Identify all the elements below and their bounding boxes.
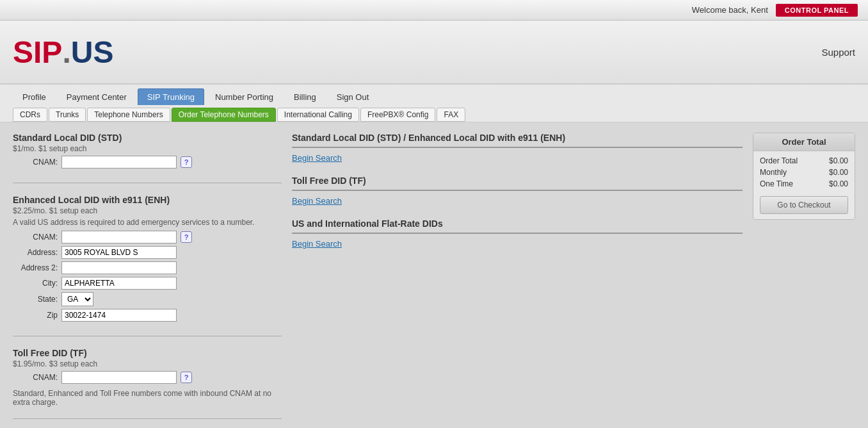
order-row-value: $0.00 [829, 156, 848, 165]
did-title-toll-free: Toll Free DID (TF) [13, 348, 282, 358]
nav-bar: ProfilePayment CenterSIP TrunkingNumber … [0, 85, 868, 122]
did-title-enh-local: Enhanced Local DID with e911 (ENH) [13, 195, 282, 205]
form-label-cnam-std: CNAM: [13, 158, 58, 167]
left-panel: Standard Local DID (STD)$1/mo. $1 setup … [13, 133, 282, 428]
sub-nav-cdrs[interactable]: CDRs [13, 108, 47, 122]
order-row-label: Order Total [760, 156, 798, 165]
logo: SIP . US [13, 35, 113, 70]
order-row-value: $0.00 [829, 168, 848, 177]
did-title-std-local: Standard Local DID (STD) [13, 133, 282, 143]
form-row-address: Address: [13, 246, 282, 259]
main-nav: ProfilePayment CenterSIP TrunkingNumber … [13, 88, 855, 105]
form-label-cnam-tf: CNAM: [13, 373, 58, 382]
form-row-zip: Zip [13, 309, 282, 322]
order-total-row: Monthly$0.00 [760, 168, 848, 177]
sub-nav: CDRsTrunksTelephone NumbersOrder Telepho… [13, 108, 855, 122]
form-row-cnam-enh: CNAM:? [13, 231, 282, 243]
form-row-address2: Address 2: [13, 261, 282, 274]
input-cnam-enh[interactable] [61, 231, 177, 243]
main-nav-sign-out[interactable]: Sign Out [327, 88, 379, 105]
order-total-box: Order Total Order Total$0.00Monthly$0.00… [753, 133, 855, 220]
welcome-text: Welcome back, Kent [692, 5, 768, 15]
input-cnam-tf[interactable] [61, 371, 177, 384]
sub-nav-fax[interactable]: FAX [437, 108, 465, 122]
input-cnam-std[interactable] [61, 156, 177, 169]
logo-sip: SIP [13, 35, 62, 70]
search-section-us-intl: US and International Flat-Rate DIDsBegin… [292, 218, 743, 249]
search-title-us-intl: US and International Flat-Rate DIDs [292, 218, 743, 234]
begin-search-std-enh[interactable]: Begin Search [292, 153, 342, 163]
main-nav-payment-center[interactable]: Payment Center [57, 88, 136, 105]
main-nav-profile[interactable]: Profile [13, 88, 56, 105]
form-label-address2: Address 2: [13, 263, 58, 272]
help-icon-cnam-enh[interactable]: ? [181, 231, 192, 243]
right-panel: Standard Local DID (STD) / Enhanced Loca… [292, 133, 743, 428]
did-price-toll-free: $1.95/mo. $3 setup each [13, 359, 282, 368]
main-nav-billing[interactable]: Billing [284, 88, 326, 105]
form-label-zip: Zip [13, 311, 58, 320]
form-row-city: City: [13, 277, 282, 290]
help-icon-cnam-tf[interactable]: ? [181, 372, 192, 383]
search-title-std-enh: Standard Local DID (STD) / Enhanced Loca… [292, 133, 743, 148]
search-title-toll-free: Toll Free DID (TF) [292, 176, 743, 191]
state-select[interactable]: ALAKAZARCACOCTDEFLGAHIIDILINIAKSKYLAMEMD… [61, 292, 93, 306]
logo-us: US [71, 35, 114, 70]
checkout-button[interactable]: Go to Checkout [760, 196, 848, 214]
top-bar: Welcome back, Kent CONTROL PANEL [0, 0, 868, 21]
order-total-row: Order Total$0.00 [760, 156, 848, 165]
input-city[interactable] [61, 277, 177, 290]
main-content: Standard Local DID (STD)$1/mo. $1 setup … [0, 122, 868, 428]
sub-nav-order-telephone-numbers[interactable]: Order Telephone Numbers [172, 108, 276, 122]
sub-nav-international-calling[interactable]: International Calling [277, 108, 359, 122]
order-total-header: Order Total [753, 133, 855, 151]
sub-nav-trunks[interactable]: Trunks [49, 108, 86, 122]
order-panel: Order Total Order Total$0.00Monthly$0.00… [753, 133, 855, 428]
begin-search-toll-free[interactable]: Begin Search [292, 196, 342, 206]
order-row-label: One Time [760, 179, 793, 188]
did-note-enh-local: A valid US address is required to add em… [13, 218, 282, 227]
logo-dot: . [62, 35, 70, 70]
did-price-enh-local: $2.25/mo. $1 setup each [13, 206, 282, 215]
help-icon-cnam-std[interactable]: ? [181, 156, 192, 168]
order-row-value: $0.00 [829, 179, 848, 188]
did-section-std-local: Standard Local DID (STD)$1/mo. $1 setup … [13, 133, 282, 183]
support-link[interactable]: Support [821, 47, 855, 58]
did-section-toll-free: Toll Free DID (TF)$1.95/mo. $3 setup eac… [13, 348, 282, 419]
search-section-std-enh: Standard Local DID (STD) / Enhanced Loca… [292, 133, 743, 163]
order-total-row: One Time$0.00 [760, 179, 848, 188]
cnam-note: Standard, Enhanced and Toll Free numbers… [13, 389, 282, 407]
form-label-city: City: [13, 279, 58, 288]
form-label-cnam-enh: CNAM: [13, 233, 58, 242]
did-section-enh-local: Enhanced Local DID with e911 (ENH)$2.25/… [13, 195, 282, 336]
form-row-cnam-std: CNAM:? [13, 156, 282, 169]
sub-nav-telephone-numbers[interactable]: Telephone Numbers [87, 108, 170, 122]
header: SIP . US Support [0, 21, 868, 85]
main-nav-sip-trunking[interactable]: SIP Trunking [138, 88, 204, 105]
input-zip[interactable] [61, 309, 177, 322]
form-row-cnam-tf: CNAM:? [13, 371, 282, 384]
form-label-state: State: [13, 295, 58, 304]
form-row-state: State:ALAKAZARCACOCTDEFLGAHIIDILINIAKSKY… [13, 292, 282, 306]
sub-nav-freepbx-config[interactable]: FreePBX® Config [360, 108, 436, 122]
did-price-std-local: $1/mo. $1 setup each [13, 144, 282, 153]
search-section-toll-free: Toll Free DID (TF)Begin Search [292, 176, 743, 206]
main-nav-number-porting[interactable]: Number Porting [205, 88, 283, 105]
begin-search-us-intl[interactable]: Begin Search [292, 239, 342, 249]
control-panel-button[interactable]: CONTROL PANEL [776, 4, 858, 17]
order-total-body: Order Total$0.00Monthly$0.00One Time$0.0… [753, 151, 855, 219]
order-row-label: Monthly [760, 168, 787, 177]
form-label-address: Address: [13, 248, 58, 257]
input-address[interactable] [61, 246, 177, 259]
input-address2[interactable] [61, 261, 177, 274]
